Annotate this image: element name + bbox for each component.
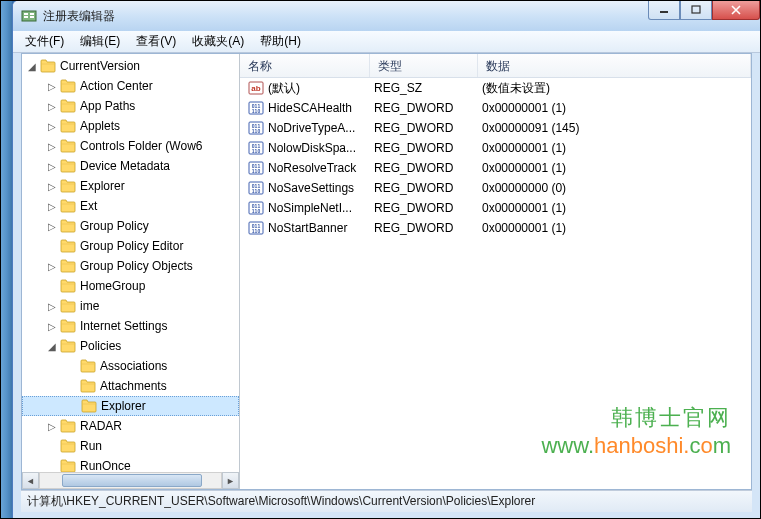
string-value-icon bbox=[248, 80, 264, 96]
close-button[interactable] bbox=[712, 0, 760, 20]
cell-data: 0x00000001 (1) bbox=[478, 221, 747, 235]
expander-icon[interactable]: ▷ bbox=[46, 80, 58, 92]
folder-icon bbox=[60, 99, 76, 113]
tree-item[interactable]: ▷Action Center bbox=[22, 76, 239, 96]
tree-item[interactable]: ▷Explorer bbox=[22, 176, 239, 196]
tree-item-root[interactable]: ◢CurrentVersion bbox=[22, 56, 239, 76]
cell-name: NolowDiskSpa... bbox=[244, 140, 370, 156]
column-header-type[interactable]: 类型 bbox=[370, 54, 478, 77]
cell-name: NoStartBanner bbox=[244, 220, 370, 236]
expander-icon[interactable]: ▷ bbox=[46, 120, 58, 132]
tree-item[interactable]: ▷Controls Folder (Wow6 bbox=[22, 136, 239, 156]
tree-item[interactable]: ▷Device Metadata bbox=[22, 156, 239, 176]
expander-icon[interactable]: ▷ bbox=[46, 180, 58, 192]
folder-icon bbox=[81, 399, 97, 413]
list-row[interactable]: NoSaveSettingsREG_DWORD0x00000000 (0) bbox=[240, 178, 751, 198]
expander-icon[interactable]: ▷ bbox=[46, 260, 58, 272]
svg-rect-2 bbox=[24, 16, 28, 18]
column-header-name[interactable]: 名称 bbox=[240, 54, 370, 77]
folder-icon bbox=[60, 79, 76, 93]
tree-item[interactable]: ▷Applets bbox=[22, 116, 239, 136]
scroll-track[interactable] bbox=[39, 472, 222, 489]
folder-icon bbox=[60, 199, 76, 213]
tree-item-policies[interactable]: ◢Policies bbox=[22, 336, 239, 356]
dword-value-icon bbox=[248, 200, 264, 216]
folder-icon bbox=[60, 419, 76, 433]
list-row[interactable]: NoSimpleNetI...REG_DWORD0x00000001 (1) bbox=[240, 198, 751, 218]
titlebar[interactable]: 注册表编辑器 bbox=[13, 1, 760, 31]
cell-data: 0x00000001 (1) bbox=[478, 101, 747, 115]
svg-rect-6 bbox=[692, 6, 700, 13]
expander-icon[interactable]: ▷ bbox=[46, 300, 58, 312]
cell-name: NoSimpleNetI... bbox=[244, 200, 370, 216]
list-row[interactable]: NoStartBannerREG_DWORD0x00000001 (1) bbox=[240, 218, 751, 238]
menu-file[interactable]: 文件(F) bbox=[17, 31, 72, 52]
scroll-thumb[interactable] bbox=[62, 474, 202, 487]
folder-icon bbox=[60, 459, 76, 473]
tree-item[interactable]: ▷Group Policy bbox=[22, 216, 239, 236]
cell-type: REG_DWORD bbox=[370, 141, 478, 155]
expander-icon[interactable]: ▷ bbox=[46, 320, 58, 332]
list-row[interactable]: HideSCAHealthREG_DWORD0x00000001 (1) bbox=[240, 98, 751, 118]
list-row[interactable]: NoResolveTrackREG_DWORD0x00000001 (1) bbox=[240, 158, 751, 178]
folder-icon bbox=[40, 59, 56, 73]
menu-help[interactable]: 帮助(H) bbox=[252, 31, 309, 52]
list-header: 名称 类型 数据 bbox=[240, 54, 751, 78]
tree-horizontal-scrollbar[interactable]: ◄ ► bbox=[22, 472, 239, 489]
tree-item[interactable]: ▷Ext bbox=[22, 196, 239, 216]
list-row[interactable]: (默认)REG_SZ(数值未设置) bbox=[240, 78, 751, 98]
cell-data: 0x00000091 (145) bbox=[478, 121, 747, 135]
cell-name: NoDriveTypeA... bbox=[244, 120, 370, 136]
column-header-data[interactable]: 数据 bbox=[478, 54, 751, 77]
cell-type: REG_DWORD bbox=[370, 201, 478, 215]
tree-item[interactable]: ▷Explorer bbox=[22, 396, 239, 416]
expander-icon[interactable]: ◢ bbox=[26, 60, 38, 72]
tree-item[interactable]: ▷RADAR bbox=[22, 416, 239, 436]
registry-editor-window: 注册表编辑器 文件(F) 编辑(E) 查看(V) 收藏夹(A) 帮助(H) ◢C… bbox=[12, 0, 761, 519]
expander-icon[interactable]: ▷ bbox=[46, 420, 58, 432]
tree-item[interactable]: ▷Internet Settings bbox=[22, 316, 239, 336]
tree-item[interactable]: ▷Run bbox=[22, 436, 239, 456]
expander-icon[interactable]: ▷ bbox=[46, 140, 58, 152]
expander-icon[interactable]: ▷ bbox=[46, 160, 58, 172]
dword-value-icon bbox=[248, 180, 264, 196]
dword-value-icon bbox=[248, 140, 264, 156]
cell-data: 0x00000001 (1) bbox=[478, 161, 747, 175]
scroll-left-arrow[interactable]: ◄ bbox=[22, 472, 39, 489]
list-row[interactable]: NolowDiskSpa...REG_DWORD0x00000001 (1) bbox=[240, 138, 751, 158]
menu-view[interactable]: 查看(V) bbox=[128, 31, 184, 52]
folder-icon bbox=[60, 119, 76, 133]
maximize-button[interactable] bbox=[680, 0, 712, 20]
folder-icon bbox=[60, 259, 76, 273]
cell-name: NoResolveTrack bbox=[244, 160, 370, 176]
folder-icon bbox=[80, 379, 96, 393]
desktop-background bbox=[0, 0, 12, 519]
tree-item[interactable]: ▷App Paths bbox=[22, 96, 239, 116]
tree-item[interactable]: ▷HomeGroup bbox=[22, 276, 239, 296]
scroll-right-arrow[interactable]: ► bbox=[222, 472, 239, 489]
minimize-button[interactable] bbox=[648, 0, 680, 20]
folder-icon bbox=[60, 299, 76, 313]
menu-favorites[interactable]: 收藏夹(A) bbox=[184, 31, 252, 52]
expander-icon[interactable]: ◢ bbox=[46, 340, 58, 352]
tree-item[interactable]: ▷Group Policy Objects bbox=[22, 256, 239, 276]
tree-item[interactable]: ▷Associations bbox=[22, 356, 239, 376]
expander-icon[interactable]: ▷ bbox=[46, 220, 58, 232]
folder-icon bbox=[60, 159, 76, 173]
expander-icon[interactable]: ▷ bbox=[46, 200, 58, 212]
tree-item[interactable]: ▷Attachments bbox=[22, 376, 239, 396]
cell-name: (默认) bbox=[244, 80, 370, 97]
tree-item[interactable]: ▷Group Policy Editor bbox=[22, 236, 239, 256]
folder-icon bbox=[80, 359, 96, 373]
tree-item[interactable]: ▷ime bbox=[22, 296, 239, 316]
expander-icon[interactable]: ▷ bbox=[46, 100, 58, 112]
content-area: ◢CurrentVersion▷Action Center▷App Paths▷… bbox=[21, 53, 752, 490]
statusbar: 计算机\HKEY_CURRENT_USER\Software\Microsoft… bbox=[21, 490, 752, 512]
menu-edit[interactable]: 编辑(E) bbox=[72, 31, 128, 52]
svg-rect-3 bbox=[30, 13, 34, 15]
cell-type: REG_DWORD bbox=[370, 221, 478, 235]
list-row[interactable]: NoDriveTypeA...REG_DWORD0x00000091 (145) bbox=[240, 118, 751, 138]
menubar: 文件(F) 编辑(E) 查看(V) 收藏夹(A) 帮助(H) bbox=[13, 31, 760, 53]
watermark-line2: www.hanboshi.com bbox=[541, 433, 731, 459]
list-pane: 名称 类型 数据 (默认)REG_SZ(数值未设置)HideSCAHealthR… bbox=[240, 54, 751, 489]
